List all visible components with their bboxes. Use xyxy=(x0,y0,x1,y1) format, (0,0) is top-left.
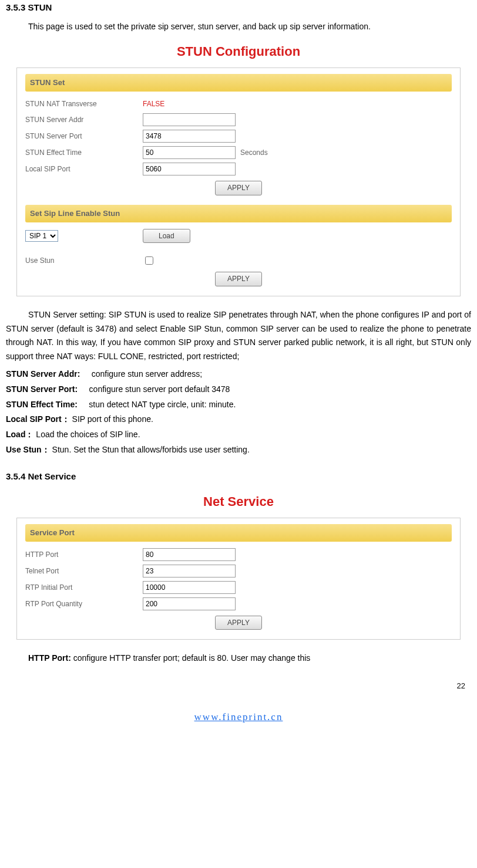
net-service-heading: Net Service xyxy=(6,491,471,512)
stun-nat-label: STUN NAT Transverse xyxy=(25,98,143,110)
stun-config-heading: STUN Configuration xyxy=(6,40,471,62)
footer-link[interactable]: www.fineprint.cn xyxy=(194,711,283,722)
stun-apply-button[interactable]: APPLY xyxy=(215,181,262,195)
sip-apply-row: APPLY xyxy=(25,268,452,287)
def-use-stun: Use Stun： Stun. Set the Stun that allows… xyxy=(6,443,471,457)
sip-line-title: Set Sip Line Enable Stun xyxy=(25,205,452,222)
rtp-qty-label: RTP Port Quantity xyxy=(25,598,143,610)
stun-effect-row: STUN Effect Time Seconds xyxy=(25,144,452,161)
local-sip-input[interactable] xyxy=(143,163,236,175)
stun-definitions: STUN Server Addr: configure stun server … xyxy=(6,367,471,457)
stun-config-panel: STUN Set STUN NAT Transverse FALSE STUN … xyxy=(16,67,461,296)
footer-link-row: www.fineprint.cn xyxy=(6,709,471,726)
stun-effect-suffix: Seconds xyxy=(240,147,268,158)
net-service-panel: Service Port HTTP Port Telnet Port RTP I… xyxy=(16,518,461,640)
netsvc-apply-button[interactable]: APPLY xyxy=(215,616,262,630)
stun-nat-value: FALSE xyxy=(143,98,164,110)
http-port-row: HTTP Port xyxy=(25,546,452,563)
section-354-title: 3.5.4 Net Service xyxy=(6,469,471,484)
rtp-initial-row: RTP Initial Port xyxy=(25,579,452,596)
def-load: Load： Load the choices of SIP line. xyxy=(6,428,471,442)
telnet-port-row: Telnet Port xyxy=(25,563,452,579)
stun-addr-label: STUN Server Addr xyxy=(25,114,143,126)
rtp-initial-input[interactable] xyxy=(143,581,236,594)
rtp-initial-label: RTP Initial Port xyxy=(25,582,143,593)
http-port-input[interactable] xyxy=(143,548,236,561)
stun-port-row: STUN Server Port xyxy=(25,128,452,144)
stun-addr-row: STUN Server Addr xyxy=(25,112,452,128)
use-stun-row: Use Stun xyxy=(25,253,452,268)
stun-description: STUN Server setting: SIP STUN is used to… xyxy=(6,308,471,364)
local-sip-label: Local SIP Port xyxy=(25,163,143,175)
def-stun-addr: STUN Server Addr: configure stun server … xyxy=(6,367,471,381)
sip-line-select[interactable]: SIP 1 xyxy=(25,230,58,242)
netsvc-apply-row: APPLY xyxy=(25,612,452,631)
stun-effect-label: STUN Effect Time xyxy=(25,147,143,158)
stun-apply-row: APPLY xyxy=(25,177,452,196)
stun-port-input[interactable] xyxy=(143,130,236,143)
load-button[interactable]: Load xyxy=(143,229,190,243)
section-353-title: 3.5.3 STUN xyxy=(6,0,471,15)
def-stun-effect: STUN Effect Time: stun detect NAT type c… xyxy=(6,398,471,412)
stun-port-label: STUN Server Port xyxy=(25,130,143,142)
stun-set-title: STUN Set xyxy=(25,74,452,92)
stun-nat-row: STUN NAT Transverse FALSE xyxy=(25,96,452,112)
use-stun-label: Use Stun xyxy=(25,255,143,266)
def-local-sip: Local SIP Port： SIP port of this phone. xyxy=(6,413,471,427)
rtp-qty-row: RTP Port Quantity xyxy=(25,596,452,612)
page-number: 22 xyxy=(6,680,465,693)
http-port-description: HTTP Port: configure HTTP transfer port;… xyxy=(6,651,471,666)
telnet-port-label: Telnet Port xyxy=(25,565,143,577)
sip-line-row: SIP 1 Load xyxy=(25,227,452,245)
sip-apply-button[interactable]: APPLY xyxy=(215,272,262,286)
service-port-title: Service Port xyxy=(25,524,452,542)
section-353-intro: This page is used to set the private sip… xyxy=(6,20,471,34)
telnet-port-input[interactable] xyxy=(143,565,236,577)
rtp-qty-input[interactable] xyxy=(143,597,236,610)
stun-effect-input[interactable] xyxy=(143,146,236,159)
stun-addr-input[interactable] xyxy=(143,113,236,126)
def-stun-port: STUN Server Port: configure stun server … xyxy=(6,383,471,397)
use-stun-checkbox[interactable] xyxy=(145,256,153,265)
local-sip-row: Local SIP Port xyxy=(25,161,452,177)
http-port-label: HTTP Port xyxy=(25,549,143,560)
